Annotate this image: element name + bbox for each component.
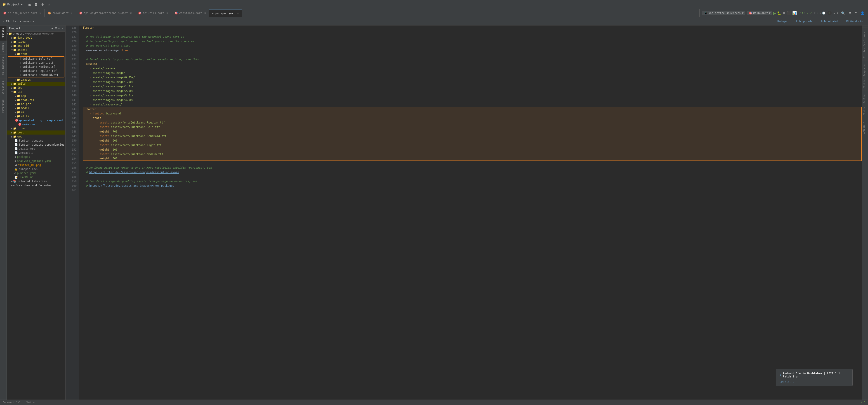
- tree-root[interactable]: ▼ 📁 erestro ~/Documents/erestro: [7, 32, 65, 36]
- tree-item-lib[interactable]: ▼📁 lib: [7, 90, 65, 94]
- tree-item-pubspec.yaml[interactable]: ⚙ pubspec.yaml: [7, 171, 65, 175]
- tree-item-packages[interactable]: ⚙ packages: [7, 155, 65, 159]
- tree-scratches[interactable]: ▶ ✏ Scratches and Consoles: [7, 183, 65, 188]
- tree-item-font[interactable]: ▼📁 font: [7, 52, 65, 56]
- vert-tab-pull[interactable]: Pull Requests: [0, 55, 6, 78]
- stop-button[interactable]: ⏹: [782, 11, 786, 15]
- tab-constants-dart[interactable]: 🎯 constants.dart ✕: [171, 9, 209, 17]
- tree-item-.metadata[interactable]: 📄 .metadata: [7, 151, 65, 155]
- tree-expand-icon[interactable]: ⊞: [52, 27, 53, 30]
- code-line-145[interactable]: fonts:: [83, 116, 862, 120]
- pub-get-button[interactable]: Pub get: [776, 19, 789, 24]
- right-panel-adb[interactable]: ADB Wi-Fi: [862, 118, 868, 136]
- tree-item-Quicksand-Regular.ttf[interactable]: T Quicksand-Regular.ttf: [8, 69, 64, 73]
- tree-gear-icon[interactable]: ⚙: [59, 27, 60, 30]
- code-line-150[interactable]: weight: 600: [83, 138, 862, 143]
- tree-item-.gitignore[interactable]: 📄 .gitignore: [7, 147, 65, 151]
- tab-apiBodyParameterLabels-dart[interactable]: 🎯 apiBodyParameterLabels.dart ✕: [76, 9, 135, 17]
- code-line-158[interactable]: [83, 174, 862, 179]
- tree-item-main.dart[interactable]: 🎯 main.dart: [7, 122, 65, 127]
- debug-button[interactable]: 🐛: [777, 11, 781, 15]
- code-line-152[interactable]: weight: 300: [83, 147, 862, 152]
- code-line-156[interactable]: # An image asset can refer to one or mor…: [83, 166, 862, 170]
- code-line-155[interactable]: [83, 161, 862, 166]
- tree-item-analysis_options.yaml[interactable]: ⚙ analysis_options.yaml: [7, 159, 65, 163]
- code-line-133[interactable]: assets:: [83, 62, 862, 66]
- tab-close[interactable]: ✕: [71, 11, 72, 14]
- code-line-129[interactable]: # the material Icons class.: [83, 43, 862, 48]
- code-line-147[interactable]: - asset: assets/font/Quicksand-Bold.ttf: [83, 125, 862, 129]
- code-line-146[interactable]: - asset: assets/font/Quicksand-Regular.t…: [83, 120, 862, 125]
- code-line-149[interactable]: - asset: assets/font/Quicksand-SemiBold.…: [83, 134, 862, 138]
- tab-close[interactable]: ✕: [130, 11, 132, 14]
- code-line-130[interactable]: uses-material-design: true: [83, 48, 862, 53]
- code-line-137[interactable]: - assets/images/image/1.0x/: [83, 80, 862, 84]
- project-dropdown-icon[interactable]: ▼: [21, 3, 23, 6]
- coverage-button[interactable]: ⬛: [787, 11, 792, 15]
- code-line-151[interactable]: - asset: assets/font/Quicksand-Light.ttf: [83, 143, 862, 147]
- tree-item-images[interactable]: ▶📁 images: [7, 78, 65, 82]
- code-line-125[interactable]: flutter:: [83, 26, 862, 30]
- code-line-126[interactable]: [83, 30, 862, 35]
- pub-upgrade-button[interactable]: Pub upgrade: [794, 19, 814, 24]
- vert-tab-commit[interactable]: Commit: [0, 41, 6, 55]
- tab-apiUtils-dart[interactable]: 🎯 apiUtils.dart ✕: [135, 9, 171, 17]
- tree-item-Quicksand-SemiBold.ttf[interactable]: T Quicksand-SemiBold.ttf: [8, 73, 64, 77]
- tree-item-Quicksand-Medium.ttf[interactable]: T Quicksand-Medium.ttf: [8, 65, 64, 69]
- code-line-138[interactable]: - assets/images/image/1.5x/: [83, 84, 862, 89]
- help-button[interactable]: ?: [854, 11, 858, 15]
- vert-tab-favorites[interactable]: Favorites: [0, 97, 6, 115]
- toolbar-config-button[interactable]: ⚙: [40, 2, 45, 7]
- tree-item-build[interactable]: ▶📁 build: [7, 82, 65, 86]
- code-line-153[interactable]: - asset: assets/font/Quicksand-Medium.tt…: [83, 152, 862, 157]
- device-selector[interactable]: 📱 <no device selected> ▼: [702, 11, 745, 15]
- tree-item-pubspec.lock[interactable]: 🔒 pubspec.lock: [7, 167, 65, 171]
- tree-close-icon[interactable]: ✕: [61, 27, 63, 30]
- tree-item-android[interactable]: ▶📁 android: [7, 44, 65, 48]
- tree-item-assets[interactable]: ▼📁 assets: [7, 48, 65, 52]
- tree-item-ios[interactable]: ▶📁 ios: [7, 86, 65, 90]
- code-line-144[interactable]: - family: Quicksand: [83, 111, 862, 116]
- tab-close[interactable]: ✕: [166, 11, 168, 14]
- toolbar-close-button[interactable]: ✕: [47, 2, 51, 7]
- run-button[interactable]: ▶: [773, 11, 776, 15]
- tree-external-libraries[interactable]: ▶ 📚 External Libraries: [7, 179, 65, 183]
- tab-color-dart[interactable]: 🎨 color.dart ✕: [44, 9, 76, 17]
- pub-outdated-button[interactable]: Pub outdated: [819, 19, 840, 24]
- account-button[interactable]: 👤: [860, 11, 865, 15]
- tree-item-helper[interactable]: ▶📁 helper: [7, 102, 65, 106]
- tree-item-app[interactable]: ▶📁 app: [7, 94, 65, 98]
- tree-item-dart_tool[interactable]: ▶📁 dart_tool: [7, 36, 65, 40]
- right-panel-performance[interactable]: Flutter Performance: [862, 27, 868, 61]
- code-line-143[interactable]: fonts:: [83, 107, 862, 111]
- tree-item-flutter-plugins-dependencies[interactable]: 📄 flutter-plugins-dependencies: [7, 143, 65, 147]
- code-line-159[interactable]: # For details regarding adding assets fr…: [83, 179, 862, 183]
- tree-item-model[interactable]: ▶📁 model: [7, 106, 65, 110]
- code-line-139[interactable]: - assets/images/image/2.0x/: [83, 89, 862, 93]
- right-panel-outline[interactable]: Flutter Outline: [862, 91, 868, 117]
- code-line-134[interactable]: - assets/images/: [83, 66, 862, 71]
- code-line-148[interactable]: weight: 700: [83, 129, 862, 134]
- notification-update-link[interactable]: Update...: [780, 380, 794, 383]
- tree-item-web[interactable]: ▶📁 web: [7, 135, 65, 139]
- code-line-132[interactable]: # To add assets to your application, add…: [83, 57, 862, 62]
- code-line-136[interactable]: - assets/images/image/0.75x/: [83, 75, 862, 80]
- code-line-160[interactable]: # https://flutter.dev/assets-and-images/…: [83, 183, 862, 188]
- tab-pubspec-yaml[interactable]: ⚙ pubspec.yaml ✕: [209, 9, 242, 17]
- code-lines[interactable]: flutter: # The following line ensures th…: [79, 26, 862, 400]
- vert-tab-project[interactable]: Project: [0, 26, 6, 41]
- tree-item-Quicksand-Bold.ttf[interactable]: T Quicksand-Bold.ttf: [8, 57, 64, 61]
- code-line-142[interactable]: - assets/images/svg/: [83, 102, 862, 107]
- tree-item-features[interactable]: ▶📁 features: [7, 98, 65, 102]
- tree-item-flutter-plugins[interactable]: 📄 flutter-plugins: [7, 139, 65, 143]
- code-line-131[interactable]: [83, 53, 862, 57]
- tab-close[interactable]: ✕: [204, 11, 206, 14]
- right-panel-inspector[interactable]: Flutter Inspector: [862, 61, 868, 91]
- settings-button[interactable]: ⚙: [848, 11, 852, 15]
- toolbar-list-button[interactable]: ☰: [34, 2, 38, 7]
- code-line-128[interactable]: # included with your application, so tha…: [83, 39, 862, 43]
- profile-button[interactable]: 📊: [792, 11, 797, 15]
- tree-item-.idea[interactable]: ▶📁 .idea: [7, 40, 65, 44]
- code-line-141[interactable]: - assets/images/image/4.0x/: [83, 98, 862, 102]
- code-line-140[interactable]: - assets/images/image/3.0x/: [83, 93, 862, 98]
